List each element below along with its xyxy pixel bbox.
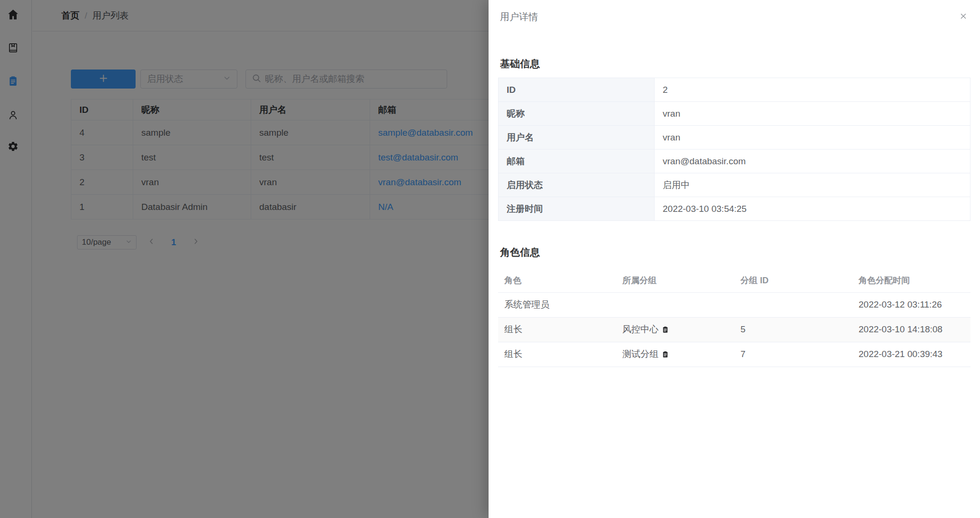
drawer-header: 用户详情 — [489, 0, 980, 23]
desc-row: 邮箱 vran@databasir.com — [499, 149, 970, 173]
column-header-group: 所属分组 — [616, 269, 734, 292]
desc-value: 启用中 — [655, 173, 970, 197]
cell-assigned-time: 2022-03-10 14:18:08 — [853, 317, 970, 342]
user-detail-drawer: 用户详情 基础信息 ID 2 昵称 vran 用户名 — [489, 0, 980, 518]
cell-assigned-time: 2022-03-21 00:39:43 — [853, 342, 970, 367]
drawer-body: 基础信息 ID 2 昵称 vran 用户名 vran — [489, 57, 980, 367]
desc-label: 启用状态 — [499, 173, 655, 197]
cell-group: 测试分组 — [616, 342, 734, 367]
role-row: 组长 测试分组 7 2022-03-21 00:39:43 — [498, 342, 970, 367]
desc-row: 昵称 vran — [499, 102, 970, 126]
desc-row: 注册时间 2022-03-10 03:54:25 — [499, 197, 970, 221]
drawer-title: 用户详情 — [500, 10, 538, 23]
cell-role: 系统管理员 — [498, 292, 616, 317]
desc-row: 用户名 vran — [499, 126, 970, 149]
cell-group — [616, 292, 734, 317]
role-row: 系统管理员 2022-03-12 03:11:26 — [498, 292, 970, 317]
cell-group: 风控中心 — [616, 317, 734, 342]
basic-info-heading: 基础信息 — [500, 57, 970, 70]
column-header-role: 角色 — [498, 269, 616, 292]
desc-label: 昵称 — [499, 102, 655, 126]
role-row: 组长 风控中心 5 2022-03-10 14:18:08 — [498, 317, 970, 342]
cell-assigned-time: 2022-03-12 03:11:26 — [853, 292, 970, 317]
basic-info-table: ID 2 昵称 vran 用户名 vran 邮箱 vran@databasir.… — [498, 78, 970, 221]
cell-group-id — [735, 292, 853, 317]
group-name: 风控中心 — [622, 324, 658, 334]
desc-label: 用户名 — [499, 126, 655, 149]
desc-value: vran@databasir.com — [655, 149, 970, 173]
group-name: 测试分组 — [622, 349, 658, 359]
desc-label: 邮箱 — [499, 149, 655, 173]
role-table-header-row: 角色 所属分组 分组 ID 角色分配时间 — [498, 269, 970, 292]
desc-label: ID — [499, 78, 655, 102]
group-doc-icon[interactable] — [662, 350, 669, 360]
role-info-heading: 角色信息 — [500, 246, 970, 259]
cell-group-id: 7 — [735, 342, 853, 367]
cell-role: 组长 — [498, 342, 616, 367]
cell-role: 组长 — [498, 317, 616, 342]
column-header-group-id: 分组 ID — [735, 269, 853, 292]
close-button[interactable] — [958, 11, 969, 22]
cell-group-id: 5 — [735, 317, 853, 342]
group-doc-icon[interactable] — [662, 325, 669, 336]
app-window: 首页/用户列表 启用状态 ID 昵称 用户名 — [0, 0, 980, 518]
desc-value: vran — [655, 102, 970, 126]
desc-value: 2 — [655, 78, 970, 102]
desc-row: 启用状态 启用中 — [499, 173, 970, 197]
desc-row: ID 2 — [499, 78, 970, 102]
desc-label: 注册时间 — [499, 197, 655, 221]
desc-value: 2022-03-10 03:54:25 — [655, 197, 970, 221]
column-header-assigned-time: 角色分配时间 — [853, 269, 970, 292]
role-info-table: 角色 所属分组 分组 ID 角色分配时间 系统管理员 2022-03-12 03… — [498, 269, 970, 367]
close-icon — [959, 11, 968, 22]
desc-value: vran — [655, 126, 970, 149]
